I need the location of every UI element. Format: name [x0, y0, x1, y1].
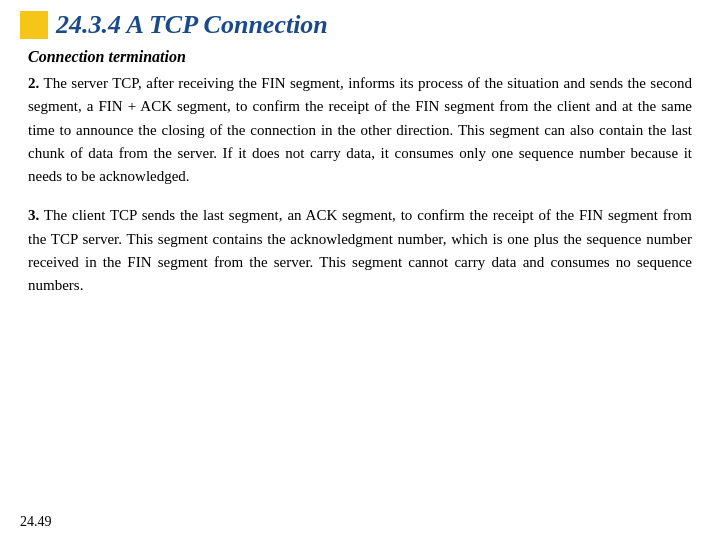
paragraph-3-text: The client TCP sends the last segment, a…	[28, 207, 692, 293]
paragraph-2-label: 2.	[28, 75, 39, 91]
page-number: 24.49	[20, 514, 52, 529]
footer: 24.49	[20, 514, 52, 530]
main-content: Connection termination 2. The server TCP…	[20, 48, 700, 297]
header: 24.3.4 A TCP Connection	[20, 10, 700, 40]
paragraph-3: 3. The client TCP sends the last segment…	[28, 204, 692, 297]
page-container: 24.3.4 A TCP Connection Connection termi…	[0, 0, 720, 540]
paragraph-2-text: The server TCP, after receiving the FIN …	[28, 75, 692, 184]
paragraph-3-label: 3.	[28, 207, 39, 223]
page-title: 24.3.4 A TCP Connection	[56, 10, 328, 40]
yellow-square-icon	[20, 11, 48, 39]
section-heading: Connection termination	[28, 48, 692, 66]
paragraph-2: 2. The server TCP, after receiving the F…	[28, 72, 692, 188]
